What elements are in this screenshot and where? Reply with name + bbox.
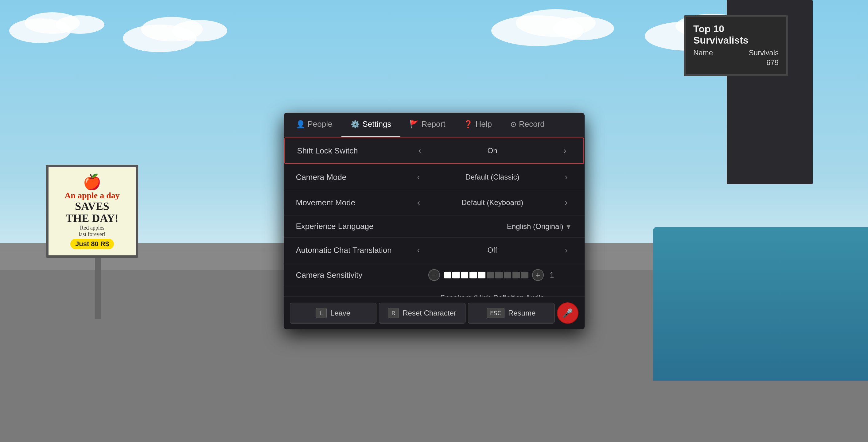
experience-language-label: Experience Language (296, 222, 413, 231)
tab-report[interactable]: 🚩 Report (400, 113, 455, 136)
output-device-next[interactable]: › (560, 295, 572, 296)
camera-sensitivity-label: Camera Sensitivity (296, 271, 413, 280)
auto-chat-next[interactable]: › (560, 244, 572, 257)
language-dropdown: English (Original) Spanish French Portug… (413, 222, 572, 231)
setting-camera-mode: Camera Mode ‹ Default (Classic) › (284, 164, 585, 190)
shift-lock-label: Shift Lock Switch (297, 146, 414, 156)
leave-button[interactable]: L Leave (290, 303, 376, 323)
seg-7 (495, 272, 503, 278)
resume-button[interactable]: ESC Resume (468, 303, 555, 323)
camera-sensitivity-slider-container: − + (413, 269, 572, 281)
help-icon: ❓ (464, 120, 473, 129)
seg-9 (513, 272, 520, 278)
reset-label: Reset Character (403, 309, 456, 317)
mic-button[interactable]: 🎤 (557, 302, 579, 324)
language-select[interactable]: English (Original) Spanish French Portug… (507, 222, 572, 230)
setting-output-device: Output Device ‹ Speakers (High Definitio… (284, 287, 585, 296)
camera-mode-label: Camera Mode (296, 172, 413, 182)
action-bar: L Leave R Reset Character ESC Resume 🎤 (284, 296, 585, 329)
leave-label: Leave (330, 309, 350, 317)
setting-movement-mode: Movement Mode ‹ Default (Keyboard) › (284, 190, 585, 216)
tab-report-label: Report (421, 119, 445, 129)
movement-mode-next[interactable]: › (560, 196, 572, 209)
output-device-control: ‹ Speakers (High Definition Audio Device… (413, 293, 572, 296)
reset-character-button[interactable]: R Reset Character (379, 303, 465, 323)
reset-key: R (388, 308, 399, 318)
auto-chat-value: Off (429, 246, 555, 254)
setting-camera-sensitivity: Camera Sensitivity − (284, 263, 585, 287)
auto-chat-control: ‹ Off › (413, 244, 572, 257)
camera-mode-prev[interactable]: ‹ (413, 171, 425, 184)
seg-6 (487, 272, 494, 278)
people-icon: 👤 (296, 120, 305, 129)
tab-record-label: Record (519, 119, 545, 129)
settings-icon: ⚙️ (351, 120, 360, 129)
dropdown-chevron: ▼ (565, 222, 572, 231)
auto-chat-prev[interactable]: ‹ (413, 244, 425, 257)
record-icon: ⊙ (510, 120, 517, 129)
seg-3 (461, 272, 468, 278)
seg-10 (521, 272, 528, 278)
shift-lock-control: ‹ On › (414, 144, 571, 157)
output-device-value: Speakers (High Definition Audio Device) (429, 293, 555, 296)
shift-lock-next[interactable]: › (559, 144, 571, 157)
settings-list: Shift Lock Switch ‹ On › Camera Mode ‹ D… (284, 137, 585, 296)
leave-key: L (316, 308, 327, 318)
report-icon: 🚩 (410, 120, 419, 129)
resume-label: Resume (508, 309, 535, 317)
camera-sensitivity-control: − + (413, 269, 572, 281)
mic-icon: 🎤 (562, 308, 573, 318)
setting-auto-chat: Automatic Chat Translation ‹ Off › (284, 238, 585, 263)
seg-4 (469, 272, 477, 278)
tab-people[interactable]: 👤 People (287, 113, 342, 136)
output-device-prev[interactable]: ‹ (413, 295, 425, 296)
camera-mode-next[interactable]: › (560, 171, 572, 184)
tab-bar: 👤 People ⚙️ Settings 🚩 Report ❓ Help ⊙ R… (284, 113, 585, 137)
camera-sensitivity-minus[interactable]: − (428, 269, 440, 281)
camera-sensitivity-plus[interactable]: + (532, 269, 544, 281)
modal-overlay: 👤 People ⚙️ Settings 🚩 Report ❓ Help ⊙ R… (0, 0, 868, 442)
seg-1 (444, 272, 451, 278)
seg-8 (504, 272, 511, 278)
tab-help[interactable]: ❓ Help (455, 113, 501, 136)
camera-sensitivity-value: 1 (548, 271, 557, 279)
tab-people-label: People (308, 119, 333, 129)
camera-mode-control: ‹ Default (Classic) › (413, 171, 572, 184)
seg-2 (452, 272, 460, 278)
movement-mode-label: Movement Mode (296, 198, 413, 208)
auto-chat-label: Automatic Chat Translation (296, 246, 413, 255)
seg-5 (478, 272, 486, 278)
setting-shift-lock: Shift Lock Switch ‹ On › (284, 137, 584, 164)
shift-lock-prev[interactable]: ‹ (414, 144, 426, 157)
tab-settings-label: Settings (362, 119, 391, 129)
shift-lock-value: On (431, 147, 554, 155)
camera-mode-value: Default (Classic) (429, 173, 555, 181)
tab-settings[interactable]: ⚙️ Settings (341, 113, 400, 136)
tab-record[interactable]: ⊙ Record (501, 113, 554, 136)
settings-panel: 👤 People ⚙️ Settings 🚩 Report ❓ Help ⊙ R… (284, 113, 585, 329)
resume-key: ESC (487, 308, 504, 318)
experience-language-control: English (Original) Spanish French Portug… (413, 222, 572, 231)
movement-mode-prev[interactable]: ‹ (413, 196, 425, 209)
setting-experience-language: Experience Language English (Original) S… (284, 216, 585, 238)
movement-mode-value: Default (Keyboard) (429, 198, 555, 207)
camera-sensitivity-track (444, 272, 528, 278)
movement-mode-control: ‹ Default (Keyboard) › (413, 196, 572, 209)
tab-help-label: Help (475, 119, 492, 129)
